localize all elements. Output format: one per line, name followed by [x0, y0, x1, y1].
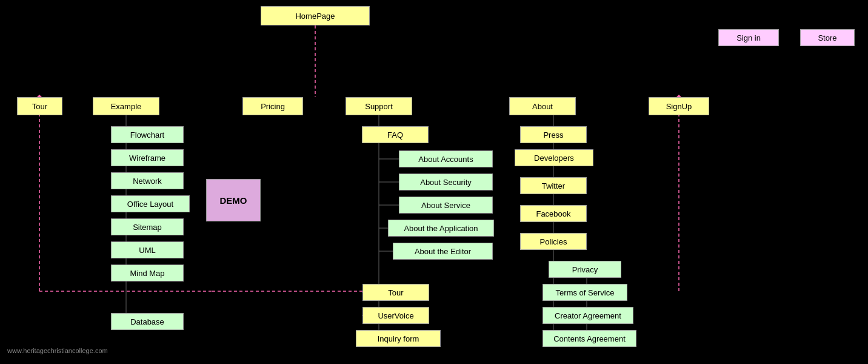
tour-nav[interactable]: Tour: [17, 97, 62, 115]
officelayout-node[interactable]: Office Layout: [111, 195, 190, 212]
mindmap-node[interactable]: Mind Map: [111, 265, 184, 281]
uservoice-node[interactable]: UserVoice: [362, 307, 429, 324]
tour2-node[interactable]: Tour: [362, 284, 429, 301]
policies-node[interactable]: Policies: [520, 233, 587, 250]
signin-node[interactable]: Sign in: [718, 29, 779, 46]
privacy-node[interactable]: Privacy: [549, 261, 621, 278]
signup-nav[interactable]: SignUp: [649, 97, 709, 115]
faq-node[interactable]: FAQ: [362, 126, 429, 143]
facebook-node[interactable]: Facebook: [520, 205, 587, 222]
creator-node[interactable]: Creator Agreement: [542, 307, 633, 324]
flowchart-node[interactable]: Flowchart: [111, 126, 184, 143]
aboutapp-node[interactable]: About the Application: [388, 220, 494, 237]
homepage-node[interactable]: HomePage: [261, 6, 370, 25]
homepage-label: HomePage: [295, 12, 335, 21]
tos-node[interactable]: Terms of Service: [542, 284, 627, 301]
press-node[interactable]: Press: [520, 126, 587, 143]
database-node[interactable]: Database: [111, 313, 184, 330]
store-node[interactable]: Store: [800, 29, 855, 46]
network-node[interactable]: Network: [111, 172, 184, 189]
aboutsecurity-node[interactable]: About Security: [399, 174, 493, 190]
inquiry-node[interactable]: Inquiry form: [356, 330, 441, 347]
support-nav[interactable]: Support: [346, 97, 412, 115]
abouteditor-node[interactable]: About the Editor: [393, 243, 493, 260]
about-nav[interactable]: About: [509, 97, 576, 115]
demo-node[interactable]: DEMO: [206, 179, 261, 221]
sitemap-node[interactable]: Sitemap: [111, 218, 184, 235]
twitter-node[interactable]: Twitter: [520, 177, 587, 194]
aboutaccounts-node[interactable]: About Accounts: [399, 150, 493, 167]
contents-node[interactable]: Contents Agreement: [542, 330, 636, 347]
signin-label: Sign in: [736, 33, 761, 42]
example-nav[interactable]: Example: [93, 97, 159, 115]
pricing-nav[interactable]: Pricing: [242, 97, 303, 115]
aboutservice-node[interactable]: About Service: [399, 197, 493, 214]
developers-node[interactable]: Developers: [515, 149, 593, 166]
store-label: Store: [818, 33, 836, 42]
wireframe-node[interactable]: Wireframe: [111, 149, 184, 166]
uml-node[interactable]: UML: [111, 241, 184, 258]
watermark: www.heritagechristiancollege.com: [7, 347, 108, 354]
